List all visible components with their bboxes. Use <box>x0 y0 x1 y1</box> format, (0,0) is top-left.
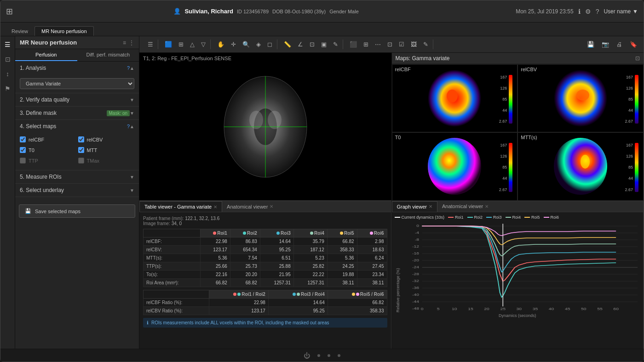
toolbar-btn-zoom[interactable]: 🔍 <box>240 40 253 49</box>
mtt-checkbox[interactable] <box>78 147 84 153</box>
toolbar-btn-grid[interactable]: ⊞ <box>176 40 186 49</box>
toolbar-btn-roi[interactable]: ⊡ <box>307 40 317 49</box>
mtt-roi4: 5.23 <box>293 254 327 262</box>
toolbar-btn-wl[interactable]: ◈ <box>253 40 264 49</box>
toolbar-group-tools: ✋ ✛ 🔍 ◈ ◻ <box>213 40 277 49</box>
toolbar-btn-menu[interactable]: ☰ <box>145 40 156 49</box>
toolbar-btn-crosshair[interactable]: ✛ <box>228 40 239 49</box>
toolbar-btn-screenshot[interactable]: 📷 <box>599 40 612 49</box>
relcbf-roi1: 22.98 <box>201 238 230 246</box>
rois-collapse-icon[interactable]: ▼ <box>130 175 134 180</box>
tab-anatomical-viewer-right[interactable]: Anatomical viewer ✕ <box>437 201 493 211</box>
toolbar-btn-pan[interactable]: ✋ <box>214 40 227 49</box>
toolbar-btn-save[interactable]: 💾 <box>584 40 597 49</box>
help-icon[interactable]: ? <box>596 8 599 15</box>
analysis-dropdown[interactable]: Gamma Variate Singular Value Decompositi… <box>20 78 134 89</box>
toolbar-btn-roi2[interactable]: ▣ <box>318 40 329 49</box>
toolbar-btn-bookmark[interactable]: 🔖 <box>627 40 640 49</box>
checkbox-ttp: TTP <box>20 158 76 164</box>
t0-checkbox[interactable] <box>20 147 26 153</box>
roi5-header: Roi5 <box>327 229 357 238</box>
verify-collapse-icon[interactable]: ▼ <box>130 97 134 102</box>
sidebar-icon-bookmark[interactable]: ⚑ <box>3 83 12 94</box>
relcbf-roi3: 14.64 <box>260 238 293 246</box>
tab-review[interactable]: Review <box>5 27 34 36</box>
section-maps-header[interactable]: 4. Select maps ? ▲ <box>15 120 139 133</box>
analysis-collapse-icon[interactable]: ▲ <box>130 66 134 71</box>
save-maps-button[interactable]: 💾 Save selected maps <box>19 204 135 218</box>
section-analysis: 1. Analysis ? ▲ Gamma Variate Singular V… <box>15 62 139 93</box>
tab-mr-neuro[interactable]: MR Neuro perfusion <box>34 26 93 36</box>
ttp-checkbox[interactable] <box>20 158 26 164</box>
toolbar-btn-triangle2[interactable]: ▽ <box>198 40 208 49</box>
section-analysis-body: Gamma Variate Singular Value Decompositi… <box>15 74 139 93</box>
toolbar-btn-view2[interactable]: ⊞ <box>361 40 371 49</box>
section-mask-header[interactable]: 3. Define mask Mask: on ▼ <box>15 107 139 119</box>
mask-collapse-icon[interactable]: ▼ <box>130 111 134 116</box>
sidebar-icon-layout[interactable]: ⊡ <box>3 54 12 65</box>
svg-text:50: 50 <box>581 307 586 311</box>
map-t0-image <box>425 136 484 196</box>
toolbar-btn-view4[interactable]: ⊡ <box>385 40 395 49</box>
info-icon[interactable]: ℹ <box>578 8 581 15</box>
legend-roi1-label: Roi1 <box>455 215 464 220</box>
ttp-roi3: 25.88 <box>260 262 293 271</box>
relcbf-checkbox[interactable] <box>20 136 26 142</box>
ratio-roi6-dot <box>356 293 359 296</box>
tab-anatomical-viewer-right-close[interactable]: ✕ <box>485 204 489 209</box>
viewer-area: T1, 2: Reg - FE_EPI_Perfsuion SENSE <box>139 53 644 349</box>
toolbar-group-view: ⬛ ⊞ ⋯ ⊡ ☑ 🖼 ✎ <box>345 40 433 49</box>
ratio-roi4-dot <box>297 293 300 296</box>
toolbar-btn-view3[interactable]: ⋯ <box>372 40 384 49</box>
lp-tab-diff[interactable]: Diff. perf. mismatch <box>77 49 139 61</box>
toolbar-btn-print[interactable]: 🖨 <box>614 40 625 49</box>
checkbox-mtt: MTT <box>78 147 135 153</box>
toolbar-btn-view5[interactable]: ☑ <box>396 40 407 49</box>
tab-anatomical-viewer-left-close[interactable]: ✕ <box>270 204 273 209</box>
tab-table-viewer[interactable]: Table viewer - Gamma variate ✕ <box>139 201 222 212</box>
section-underlay-header[interactable]: 6. Select underlay ▼ <box>15 184 139 197</box>
status-dot-2 <box>328 354 330 357</box>
toolbar-btn-view6[interactable]: 🖼 <box>408 40 420 49</box>
power-icon[interactable]: ⏻ <box>304 352 310 359</box>
relcbf-ratio-label: relCBF Ratio (%): <box>144 299 209 307</box>
section-rois-header[interactable]: 5. Measure ROIs ▼ <box>15 170 139 183</box>
tab-graph-viewer-close[interactable]: ✕ <box>429 204 432 209</box>
toolbar-btn-triangle[interactable]: △ <box>187 40 197 49</box>
toolbar-btn-view1[interactable]: ⬛ <box>347 40 360 49</box>
maps-panel: Maps: Gamma variate ⊡ relCBF <box>392 53 644 201</box>
maps-collapse-icon[interactable]: ▲ <box>130 124 134 129</box>
sidebar-icon-menu[interactable]: ☰ <box>3 39 12 50</box>
tab-anatomical-viewer-left[interactable]: Anatomical viewer ✕ <box>222 202 278 212</box>
relcbv-roi1: 123.17 <box>201 246 230 254</box>
section-analysis-title: 1. Analysis <box>20 65 125 71</box>
toolbar-btn-rect[interactable]: ◻ <box>264 40 275 49</box>
tmax-checkbox[interactable] <box>78 158 84 164</box>
lp-tab-perfusion[interactable]: Perfusion <box>15 49 77 61</box>
toolbar-btn-ruler[interactable]: 📏 <box>281 40 294 49</box>
toolbar-btn-view7[interactable]: ✎ <box>420 40 431 49</box>
ttp-roi5: 24.25 <box>327 262 357 271</box>
settings-icon[interactable]: ⚙ <box>585 8 591 15</box>
tab-table-viewer-close[interactable]: ✕ <box>213 204 217 209</box>
ratio-roi3-dot <box>293 293 296 296</box>
roi-table: Roi1 Roi2 Roi3 Roi4 Roi5 Roi6 <box>143 229 387 287</box>
menu-icon[interactable]: ⋮ <box>129 40 134 46</box>
underlay-collapse-icon[interactable]: ▼ <box>130 188 134 193</box>
relcbv-checkbox[interactable] <box>78 136 84 142</box>
pixel-location: Patient frame (mm): 122.1, 32.2, 13.6 Im… <box>143 216 387 226</box>
section-analysis-header[interactable]: 1. Analysis ? ▲ <box>15 62 139 74</box>
toolbar-btn-color[interactable]: 🟦 <box>162 40 175 49</box>
user-dropdown[interactable]: User name ▼ <box>604 8 638 15</box>
section-rois-title: 5. Measure ROIs <box>20 174 130 180</box>
toolbar-btn-angle[interactable]: ∠ <box>295 40 306 49</box>
sidebar-icon-tools[interactable]: ↕ <box>4 68 11 79</box>
tab-graph-viewer[interactable]: Graph viewer ✕ <box>392 201 437 212</box>
section-verify-header[interactable]: 2. Verify data quality ▼ <box>15 93 139 106</box>
maps-expand-icon[interactable]: ⊡ <box>635 55 640 62</box>
app-logo: ⊞ <box>6 6 13 17</box>
toolbar-btn-draw[interactable]: ✎ <box>330 40 341 49</box>
graph-viewer-content: Current dynamics (33s) Roi1 Roi2 <box>392 212 644 349</box>
list-icon[interactable]: ≡ <box>123 40 126 46</box>
mri-viewer-panel[interactable]: T1, 2: Reg - FE_EPI_Perfsuion SENSE <box>139 53 391 201</box>
